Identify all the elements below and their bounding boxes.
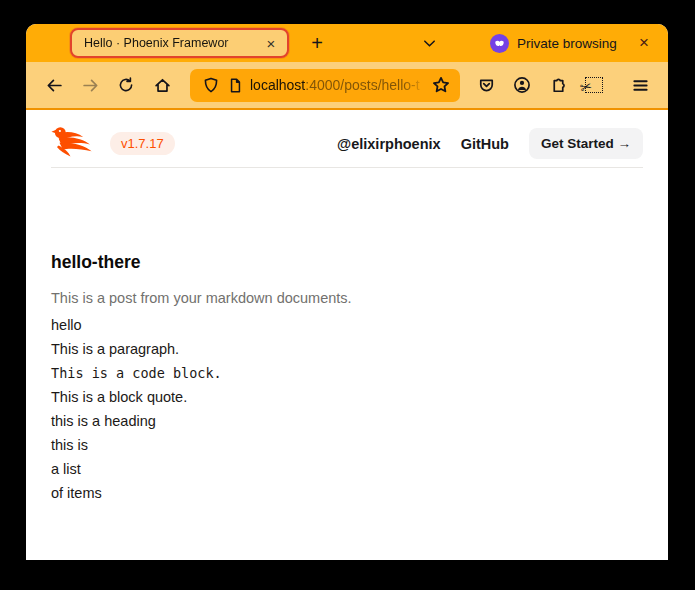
home-icon[interactable] [146,69,178,101]
url-path: :4000/posts/hello-t [305,77,419,93]
forward-icon[interactable] [74,69,106,101]
post-body: hello This is a paragraph. This is a cod… [51,313,643,505]
reload-icon[interactable] [110,69,142,101]
mask-icon [490,34,509,53]
post-list-item: of items [51,481,643,505]
url-bar[interactable]: localhost:4000/posts/hello-t [190,69,460,102]
url-domain: localhost [250,77,305,93]
post-subtitle: This is a post from your markdown docume… [51,290,643,306]
phoenix-logo[interactable] [51,125,95,163]
close-tab-icon[interactable]: × [262,34,280,52]
new-tab-button[interactable]: + [302,28,332,58]
chevron-down-icon[interactable] [416,30,442,56]
header-divider [51,167,643,168]
puzzle-icon[interactable] [542,69,574,101]
post-code-block: This is a code block. [51,361,643,385]
browser-window: Hello · Phoenix Framewor × + Private bro… [26,24,668,560]
post-article: hello-there This is a post from your mar… [51,252,643,505]
site-nav: @elixirphoenix GitHub Get Started → [337,128,643,159]
site-header: v1.7.17 @elixirphoenix GitHub Get Starte… [51,110,643,166]
post-list-item: a list [51,457,643,481]
active-tab[interactable]: Hello · Phoenix Framewor × [70,28,289,58]
tab-bar: Hello · Phoenix Framewor × + Private bro… [26,24,668,62]
private-browsing-badge: Private browsing [490,34,617,53]
page-content: v1.7.17 @elixirphoenix GitHub Get Starte… [26,110,668,560]
navigation-toolbar: localhost:4000/posts/hello-t ✂ [26,62,668,110]
back-icon[interactable] [38,69,70,101]
account-icon[interactable] [506,69,538,101]
tab-title: Hello · Phoenix Framewor [84,36,262,50]
pocket-icon[interactable] [470,69,502,101]
post-list-item: this is [51,433,643,457]
url-text[interactable]: localhost:4000/posts/hello-t [250,77,428,93]
page-icon[interactable] [223,73,247,97]
star-icon[interactable] [428,72,454,98]
version-badge: v1.7.17 [110,132,175,155]
private-browsing-label: Private browsing [517,36,617,51]
menu-icon[interactable] [624,69,656,101]
get-started-button[interactable]: Get Started → [529,128,643,159]
post-title: hello-there [51,252,643,273]
post-paragraph: This is a paragraph. [51,337,643,361]
nav-link-github[interactable]: GitHub [461,136,509,152]
nav-link-elixirphoenix[interactable]: @elixirphoenix [337,136,441,152]
screenshot-icon[interactable]: ✂ [578,69,610,101]
post-blockquote: This is a block quote. [51,385,643,409]
shield-icon[interactable] [199,73,223,97]
post-line: hello [51,313,643,337]
post-heading-line: this is a heading [51,409,643,433]
close-window-button[interactable]: × [630,29,658,57]
